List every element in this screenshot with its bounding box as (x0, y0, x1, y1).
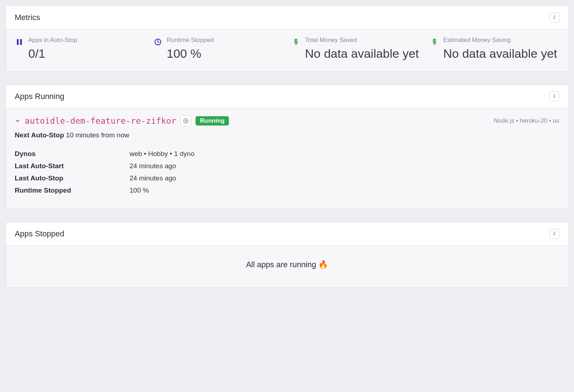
detail-last-auto-stop: Last Auto-Stop 24 minutes ago (15, 174, 559, 182)
apps-stopped-header: Apps Stopped i (6, 222, 568, 246)
metric-est-saving: Estimated Money Saving No data available… (430, 37, 560, 61)
app-meta: Node.js • heroku-20 • us (494, 117, 559, 124)
next-auto-stop-value: 10 minutes from now (66, 131, 129, 139)
empty-state-text: All apps are running (246, 260, 316, 269)
apps-stopped-card: Apps Stopped i All apps are running🔥 (6, 222, 568, 288)
apps-running-body: autoidle-dem-feature-re-zifkor Running N… (6, 108, 568, 209)
metric-label: Estimated Money Saving (443, 37, 557, 44)
svg-point-3 (185, 120, 187, 122)
metric-label: Runtime Stopped (167, 37, 214, 44)
info-icon[interactable]: i (549, 91, 559, 101)
metric-label: Apps in Auto-Stop (28, 37, 77, 44)
metric-total-saved: Total Money Saved No data available yet (291, 37, 421, 61)
pause-icon (15, 37, 24, 47)
apps-running-title: Apps Running (15, 92, 64, 101)
metrics-body: Apps in Auto-Stop 0/1 Runtime Stopped 10… (6, 29, 568, 71)
apps-stopped-title: Apps Stopped (15, 229, 64, 238)
info-icon[interactable]: i (549, 13, 559, 23)
metric-value: No data available yet (305, 46, 419, 61)
metric-apps-auto-stop: Apps in Auto-Stop 0/1 (15, 37, 145, 61)
apps-running-card: Apps Running i autoidle-dem-feature-re-z… (6, 85, 568, 209)
metric-runtime-stopped: Runtime Stopped 100 % (153, 37, 283, 61)
app-row: autoidle-dem-feature-re-zifkor Running N… (15, 115, 559, 126)
metrics-card: Metrics i Apps in Auto-Stop 0/1 Run (6, 6, 568, 72)
info-icon[interactable]: i (549, 229, 559, 239)
chevron-down-icon[interactable] (15, 118, 20, 124)
apps-stopped-body: All apps are running🔥 (6, 246, 568, 287)
metric-label: Total Money Saved (305, 37, 419, 44)
dollar-icon (430, 37, 439, 47)
detail-runtime-stopped: Runtime Stopped 100 % (15, 186, 559, 194)
metrics-header: Metrics i (6, 6, 568, 29)
fire-icon: 🔥 (318, 260, 328, 269)
svg-rect-0 (17, 39, 19, 45)
status-badge: Running (196, 116, 229, 126)
gear-icon[interactable] (180, 115, 191, 126)
metric-value: 0/1 (28, 46, 77, 61)
clock-icon (153, 37, 163, 47)
next-auto-stop-label: Next Auto-Stop (15, 131, 64, 139)
next-auto-stop: Next Auto-Stop 10 minutes from now (15, 131, 559, 139)
apps-running-header: Apps Running i (6, 85, 568, 108)
app-name-link[interactable]: autoidle-dem-feature-re-zifkor (25, 116, 176, 126)
metric-value: No data available yet (443, 46, 557, 61)
app-details: Dynos web • Hobby • 1 dyno Last Auto-Sta… (15, 150, 559, 194)
metric-value: 100 % (167, 46, 214, 61)
detail-last-auto-start: Last Auto-Start 24 minutes ago (15, 162, 559, 170)
svg-rect-1 (20, 39, 22, 45)
dollar-icon (291, 37, 301, 47)
detail-dynos: Dynos web • Hobby • 1 dyno (15, 150, 559, 158)
metrics-title: Metrics (15, 13, 40, 22)
